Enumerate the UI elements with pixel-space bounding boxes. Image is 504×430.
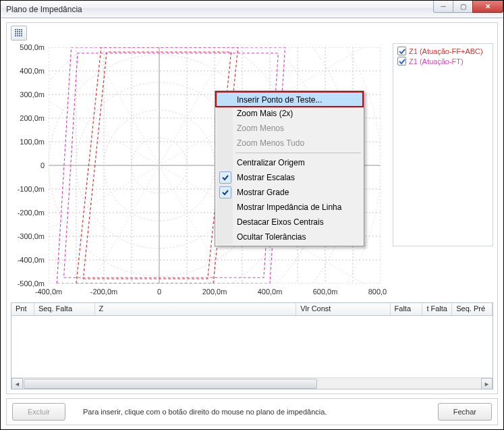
- svg-rect-63: [381, 43, 387, 298]
- svg-rect-2: [19, 29, 20, 30]
- grid-toolbar-button[interactable]: [11, 26, 27, 41]
- scroll-left-button[interactable]: ◄: [11, 378, 23, 389]
- svg-text:-400,0m: -400,0m: [18, 256, 45, 264]
- svg-text:-200,0m: -200,0m: [18, 209, 45, 217]
- column-header[interactable]: Seq. Pré: [452, 303, 493, 315]
- svg-text:200,0m: 200,0m: [202, 288, 227, 296]
- window-title: Plano de Impedância: [6, 5, 82, 14]
- menu-item-label: Destacar Eixos Centrais: [237, 217, 324, 227]
- menu-item-label: Mostrar Grade: [237, 188, 289, 197]
- svg-rect-13: [17, 35, 18, 36]
- menu-item[interactable]: Zoom Mais (2x): [217, 106, 362, 121]
- svg-text:200,0m: 200,0m: [20, 114, 45, 122]
- menu-item[interactable]: Mostrar Impedância de Linha: [217, 200, 362, 215]
- svg-text:0: 0: [40, 161, 45, 169]
- menu-item-label: Mostrar Impedância de Linha: [237, 203, 341, 212]
- legend-label: Z1 (Atuação-FF+ABC): [409, 47, 483, 55]
- svg-rect-5: [17, 31, 18, 32]
- bottom-toolbar: Excluir Para inserir, clique com o botão…: [6, 398, 498, 425]
- legend-item[interactable]: Z1 (Atuação-FT): [397, 57, 488, 65]
- svg-text:300,0m: 300,0m: [20, 90, 45, 99]
- horizontal-scrollbar[interactable]: ◄ ►: [11, 377, 493, 389]
- svg-text:-500,0m: -500,0m: [18, 279, 45, 288]
- svg-rect-4: [15, 31, 16, 32]
- close-dialog-button[interactable]: Fechar: [438, 403, 492, 421]
- legend-panel: Z1 (Atuação-FF+ABC)Z1 (Atuação-FT): [393, 43, 493, 246]
- menu-item[interactable]: Mostrar Escalas: [217, 170, 362, 185]
- minimize-button[interactable]: ─: [433, 1, 453, 13]
- column-header[interactable]: Z: [95, 303, 297, 315]
- menu-item-label: Mostrar Escalas: [237, 173, 295, 182]
- menu-item-label: Zoom Menos: [237, 124, 284, 133]
- main-panel: 500,0m400,0m300,0m200,0m100,0m0-100,0m-2…: [6, 22, 498, 394]
- legend-label: Z1 (Atuação-FT): [409, 57, 464, 65]
- table-body: [11, 316, 493, 377]
- svg-rect-0: [15, 29, 16, 30]
- menu-item-label: Inserir Ponto de Teste...: [237, 95, 323, 105]
- menu-item-label: Zoom Menos Tudo: [237, 138, 304, 148]
- svg-text:-400,0m: -400,0m: [35, 288, 62, 296]
- svg-rect-7: [21, 31, 22, 32]
- legend-checkbox[interactable]: [397, 57, 406, 65]
- svg-text:500,0m: 500,0m: [20, 43, 45, 51]
- check-icon: [219, 171, 231, 184]
- svg-text:-200,0m: -200,0m: [90, 288, 117, 296]
- svg-rect-3: [21, 29, 22, 30]
- check-icon: [399, 58, 405, 65]
- svg-rect-14: [19, 35, 20, 36]
- scroll-right-button[interactable]: ►: [481, 378, 493, 389]
- svg-text:100,0m: 100,0m: [20, 138, 45, 146]
- column-header[interactable]: t Falta: [422, 303, 452, 315]
- check-icon: [399, 48, 405, 55]
- menu-item-label: Ocultar Tolerâncias: [237, 232, 306, 242]
- svg-rect-15: [21, 35, 22, 36]
- svg-text:-100,0m: -100,0m: [18, 185, 45, 193]
- delete-button[interactable]: Excluir: [12, 403, 65, 421]
- svg-rect-12: [15, 35, 16, 36]
- svg-text:600,0m: 600,0m: [313, 288, 338, 296]
- svg-text:400,0m: 400,0m: [258, 288, 283, 296]
- menu-item[interactable]: Ocultar Tolerâncias: [217, 230, 362, 244]
- svg-rect-8: [15, 33, 16, 34]
- svg-rect-1: [17, 29, 18, 30]
- svg-rect-64: [11, 43, 387, 47]
- svg-rect-9: [17, 33, 18, 34]
- svg-rect-11: [21, 33, 22, 34]
- menu-item: Zoom Menos Tudo: [217, 136, 362, 151]
- legend-item[interactable]: Z1 (Atuação-FF+ABC): [397, 47, 488, 55]
- column-header[interactable]: Seq. Falta: [34, 303, 95, 315]
- scroll-thumb[interactable]: [24, 379, 317, 389]
- table-header: PntSeq. FaltaZVlr ConstFaltat FaltaSeq. …: [11, 303, 493, 316]
- points-table: PntSeq. FaltaZVlr ConstFaltat FaltaSeq. …: [11, 302, 493, 389]
- maximize-button[interactable]: ▢: [453, 1, 473, 13]
- menu-item[interactable]: Centralizar Origem: [217, 155, 362, 170]
- check-icon: [219, 186, 231, 198]
- svg-text:400,0m: 400,0m: [20, 67, 45, 75]
- menu-item[interactable]: Destacar Eixos Centrais: [217, 215, 362, 230]
- menu-item-label: Zoom Mais (2x): [237, 109, 293, 118]
- context-menu: Inserir Ponto de Teste...Zoom Mais (2x)Z…: [215, 90, 364, 246]
- hint-text: Para inserir, clique com o botão direito…: [83, 408, 327, 416]
- close-button[interactable]: ✕: [472, 1, 503, 13]
- svg-text:800,0m: 800,0m: [368, 288, 387, 296]
- menu-item: Zoom Menos: [217, 121, 362, 136]
- menu-separator: [235, 153, 361, 153]
- svg-rect-10: [19, 33, 20, 34]
- legend-checkbox[interactable]: [397, 47, 406, 55]
- column-header[interactable]: Vlr Const: [296, 303, 390, 315]
- column-header[interactable]: Pnt: [11, 303, 34, 315]
- titlebar: Plano de Impedância ─ ▢ ✕: [1, 1, 503, 18]
- menu-item-label: Centralizar Origem: [237, 158, 305, 167]
- svg-rect-6: [19, 31, 20, 32]
- menu-item[interactable]: Inserir Ponto de Teste...: [215, 91, 364, 107]
- column-header[interactable]: Falta: [391, 303, 423, 315]
- grid-icon: [14, 28, 24, 38]
- menu-item[interactable]: Mostrar Grade: [217, 185, 362, 200]
- svg-text:0: 0: [157, 288, 161, 296]
- svg-text:-300,0m: -300,0m: [18, 232, 45, 240]
